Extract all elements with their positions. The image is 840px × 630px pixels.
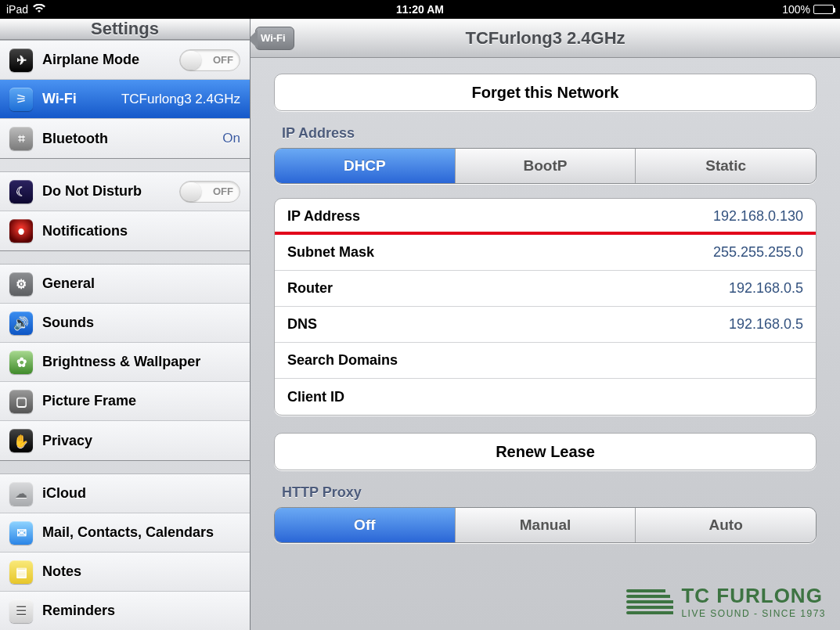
proxy-tab-manual[interactable]: Manual [456, 508, 636, 542]
proxy-tab-auto[interactable]: Auto [636, 508, 816, 542]
notes-icon: ▤ [9, 560, 33, 584]
sidebar-item-label: Brightness & Wallpaper [42, 354, 200, 370]
sidebar-item-label: Privacy [42, 433, 92, 449]
back-button[interactable]: Wi-Fi [255, 27, 294, 50]
ip-row-ip-address[interactable]: IP Address192.168.0.130 [275, 199, 816, 235]
dnd-icon: ☾ [9, 180, 33, 203]
ip-section-label: IP Address [282, 125, 817, 142]
proxy-tab-off[interactable]: Off [275, 508, 456, 542]
sidebar-item-privacy[interactable]: ✋Privacy [0, 421, 250, 460]
ip-row-value: 192.168.0.130 [713, 208, 803, 225]
sidebar-item-label: Airplane Mode [42, 52, 139, 68]
ip-row-dns[interactable]: DNS192.168.0.5 [275, 307, 816, 343]
proxy-section-label: HTTP Proxy [282, 484, 817, 501]
status-bar: iPad 11:20 AM 100% [0, 0, 840, 19]
sidebar-item-label: Notifications [42, 223, 128, 239]
ip-tab-bootp[interactable]: BootP [456, 149, 636, 183]
sidebar-item-label: Picture Frame [42, 393, 136, 409]
status-time: 11:20 AM [0, 3, 840, 16]
rem-icon: ☰ [9, 599, 33, 623]
notif-icon: ● [9, 219, 33, 243]
ip-mode-segmented[interactable]: DHCPBootPStatic [274, 148, 817, 184]
sidebar-item-label: Wi-Fi [42, 91, 77, 107]
ip-row-label: DNS [287, 316, 317, 333]
toggle-airplane-mode[interactable]: OFF [179, 49, 240, 71]
sidebar-item-label: Notes [42, 563, 81, 580]
sidebar-item-do-not-disturb[interactable]: ☾Do Not DisturbOFF [0, 172, 250, 211]
sidebar-item-reminders[interactable]: ☰Reminders [0, 592, 250, 630]
ip-row-label: IP Address [287, 208, 360, 225]
sidebar-item-label: General [42, 275, 95, 292]
detail-pane: Wi-Fi TCFurlong3 2.4GHz Forget this Netw… [251, 19, 840, 630]
ip-row-subnet-mask[interactable]: Subnet Mask255.255.255.0 [275, 235, 816, 271]
ip-row-client-id[interactable]: Client ID [275, 379, 816, 415]
sidebar-item-icloud[interactable]: ☁iCloud [0, 474, 250, 513]
sidebar-item-wi-fi[interactable]: ⚞Wi-FiTCFurlong3 2.4GHz [0, 80, 250, 119]
battery-percent: 100% [782, 3, 810, 16]
forget-network-button[interactable]: Forget this Network [274, 74, 817, 111]
detail-title: TCFurlong3 2.4GHz [465, 28, 625, 49]
sidebar-item-label: iCloud [42, 485, 86, 502]
sidebar-item-label: Sounds [42, 315, 94, 331]
ip-row-value: 255.255.255.0 [713, 244, 803, 261]
sidebar-item-notes[interactable]: ▤Notes [0, 553, 250, 592]
ip-table: IP Address192.168.0.130Subnet Mask255.25… [274, 198, 817, 416]
battery-icon [813, 5, 834, 14]
device-label: iPad [6, 3, 28, 16]
mail-icon: ✉ [9, 521, 33, 545]
renew-lease-button[interactable]: Renew Lease [274, 433, 817, 470]
bt-icon: ⌗ [9, 127, 33, 150]
sidebar-item-picture-frame[interactable]: ▢Picture Frame [0, 382, 250, 421]
wifi-icon: ⚞ [9, 88, 33, 111]
settings-sidebar: Settings ✈Airplane ModeOFF⚞Wi-FiTCFurlon… [0, 19, 251, 630]
ip-row-label: Router [287, 280, 333, 297]
sound-icon: 🔊 [9, 311, 33, 335]
sidebar-item-value: On [222, 131, 240, 146]
ip-tab-dhcp[interactable]: DHCP [275, 149, 456, 183]
sidebar-item-mail-contacts-calendars[interactable]: ✉Mail, Contacts, Calendars [0, 513, 250, 553]
bright-icon: ✿ [9, 351, 33, 374]
sidebar-item-label: Reminders [42, 603, 115, 619]
toggle-do-not-disturb[interactable]: OFF [179, 181, 240, 203]
sidebar-item-label: Bluetooth [42, 131, 108, 147]
ip-row-router[interactable]: Router192.168.0.5 [275, 271, 816, 307]
ip-row-search-domains[interactable]: Search Domains [275, 343, 816, 379]
proxy-mode-segmented[interactable]: OffManualAuto [274, 507, 817, 543]
watermark: TC FURLONG LIVE SOUND - SINCE 1973 [626, 584, 826, 619]
cloud-icon: ☁ [9, 482, 33, 506]
wifi-icon [33, 3, 45, 16]
sidebar-item-sounds[interactable]: 🔊Sounds [0, 304, 250, 343]
frame-icon: ▢ [9, 390, 33, 413]
ip-tab-static[interactable]: Static [636, 149, 816, 183]
sidebar-item-label: Mail, Contacts, Calendars [42, 524, 214, 541]
sidebar-item-brightness-wallpaper[interactable]: ✿Brightness & Wallpaper [0, 343, 250, 382]
ip-row-label: Search Domains [287, 352, 398, 369]
ip-row-label: Client ID [287, 389, 344, 405]
sidebar-item-label: Do Not Disturb [42, 183, 142, 200]
sidebar-item-notifications[interactable]: ●Notifications [0, 211, 250, 250]
ip-row-value: 192.168.0.5 [729, 316, 803, 333]
gear-icon: ⚙ [9, 272, 33, 296]
ip-row-value: 192.168.0.5 [729, 280, 803, 297]
airplane-icon: ✈ [9, 49, 33, 72]
priv-icon: ✋ [9, 429, 33, 452]
sidebar-item-airplane-mode[interactable]: ✈Airplane ModeOFF [0, 41, 250, 80]
detail-navbar: Wi-Fi TCFurlong3 2.4GHz [251, 19, 840, 58]
sidebar-item-value: TCFurlong3 2.4GHz [121, 92, 240, 107]
sidebar-navbar: Settings [0, 19, 250, 40]
sidebar-title: Settings [91, 19, 159, 39]
ip-row-label: Subnet Mask [287, 244, 374, 261]
sidebar-item-general[interactable]: ⚙General [0, 265, 250, 304]
sidebar-item-bluetooth[interactable]: ⌗BluetoothOn [0, 119, 250, 158]
